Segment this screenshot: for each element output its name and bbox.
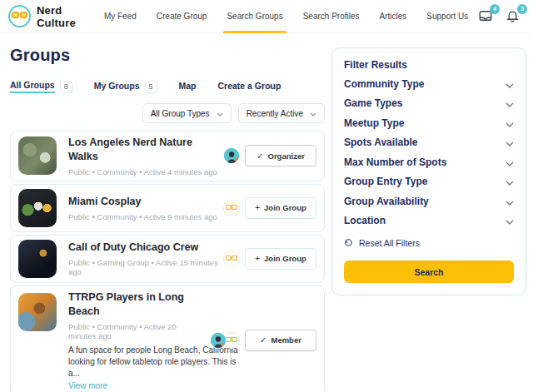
nav-articles[interactable]: Articles [369,0,416,33]
group-type-select[interactable]: All Group Types [142,103,232,123]
check-icon: ✓ [257,151,263,161]
group-card[interactable]: Miami Cosplay Public • Community • Activ… [10,184,325,232]
filter-group-entry-type[interactable]: Group Entry Type [344,172,514,192]
chevron-down-icon [217,109,223,118]
messages-button[interactable]: 4 [478,8,495,25]
filter-game-types[interactable]: Game Types [344,94,514,114]
main-nav: My Feed Create Group Search Groups Searc… [94,0,478,33]
organizer-button[interactable]: ✓ Organizer [245,145,316,166]
filter-spots-available[interactable]: Spots Available [344,133,514,153]
group-title[interactable]: TTRPG Players in Long Beach [68,290,205,319]
plus-icon: + [255,254,260,263]
search-button[interactable]: Search [344,261,514,283]
chevron-down-icon [506,155,514,170]
all-groups-count: 8 [60,81,72,93]
group-card[interactable]: TTRPG Players in Long Beach Public • Com… [10,285,325,392]
mail-icon [478,12,493,26]
join-group-button[interactable]: + Join Group [245,248,316,270]
group-thumbnail[interactable] [18,136,57,175]
nav-support-us[interactable]: Support Us [416,0,478,33]
organizer-avatar [223,147,240,164]
chevron-down-icon [506,96,514,111]
nav-create-group[interactable]: Create Group [147,0,217,33]
filter-group-availability[interactable]: Group Availability [344,191,514,211]
group-title[interactable]: Call of Duty Chicago Crew [68,241,218,255]
group-meta: Public • Community • Active 4 minutes ag… [68,167,218,176]
group-card[interactable]: Call of Duty Chicago Crew Public • Gamin… [10,235,325,283]
chevron-down-icon [506,77,514,92]
tab-create-a-group[interactable]: Create a Group [218,81,281,97]
group-thumbnail[interactable] [18,240,57,278]
filter-panel: Filter Results Community Type Game Types… [331,47,526,295]
group-meta: Public • Gaming Group • Active 15 minute… [68,258,218,276]
nav-search-groups[interactable]: Search Groups [217,0,292,33]
notifications-badge: 3 [517,4,527,14]
brand-logo[interactable] [8,5,31,27]
check-icon: ✓ [260,335,266,345]
groups-tabs: All Groups 8 My Groups 5 Map Create a Gr… [10,80,325,98]
reset-icon [344,236,353,251]
sort-order-select[interactable]: Recently Active [238,103,325,123]
group-title[interactable]: Miami Cosplay [68,195,218,209]
filter-panel-title: Filter Results [344,59,514,71]
my-groups-count: 5 [145,81,157,93]
filter-location[interactable]: Location [344,211,514,231]
messages-badge: 4 [490,4,500,14]
group-meta: Public • Community • Active 20 minutes a… [68,322,205,340]
plus-icon: + [255,203,260,212]
nav-search-profiles[interactable]: Search Profiles [293,0,370,33]
glasses-icon [223,200,240,216]
tab-map[interactable]: Map [179,81,197,97]
glasses-icon [223,251,240,267]
chevron-down-icon [506,116,514,131]
organizer-avatar [210,332,227,349]
bell-icon [506,12,520,26]
top-nav-bar: Nerd Culture My Feed Create Group Search… [0,0,533,33]
reset-all-filters-button[interactable]: Reset All Filters [344,236,514,251]
filter-max-number-of-spots[interactable]: Max Number of Spots [344,152,514,172]
member-button[interactable]: ✓ Member [245,330,316,351]
page-title: Groups [10,46,325,65]
view-more-link[interactable]: View more [68,381,205,390]
filter-community-type[interactable]: Community Type [344,74,514,94]
group-meta: Public • Community • Active 9 minutes ag… [68,212,218,221]
chevron-down-icon [506,213,514,228]
brand-name[interactable]: Nerd Culture [37,4,76,29]
group-list: Los Angeles Nerd Nature Walks Public • C… [10,131,325,392]
tab-all-groups[interactable]: All Groups 8 [10,80,72,98]
chevron-down-icon [310,109,316,118]
chevron-down-icon [506,135,514,150]
join-group-button[interactable]: + Join Group [245,197,316,219]
chevron-down-icon [506,174,514,189]
group-card[interactable]: Los Angeles Nerd Nature Walks Public • C… [10,131,325,181]
group-title[interactable]: Los Angeles Nerd Nature Walks [68,136,218,164]
nav-my-feed[interactable]: My Feed [94,0,147,33]
chevron-down-icon [506,194,514,209]
notifications-button[interactable]: 3 [506,8,522,25]
group-thumbnail[interactable] [18,293,57,331]
filter-meetup-type[interactable]: Meetup Type [344,113,514,133]
tab-my-groups[interactable]: My Groups 5 [94,81,157,98]
glasses-icon [12,9,27,24]
group-thumbnail[interactable] [18,189,57,227]
